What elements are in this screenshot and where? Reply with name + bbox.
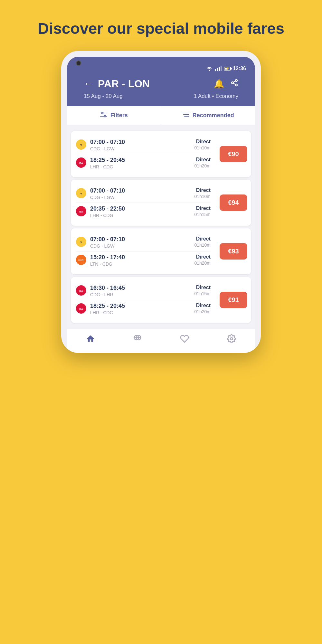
price-section: €94: [216, 180, 251, 226]
outbound-leg: v 07:00 - 07:10 CDG - LGW Direct 01h10m: [76, 185, 211, 203]
svg-point-7: [101, 112, 103, 114]
inbound-details: 18:25 - 20:45 LHR - CDG: [90, 157, 190, 169]
airline-logo-vueling: v: [76, 139, 86, 150]
svg-text:BA: BA: [79, 210, 83, 213]
phone-mockup: ⚡ 12:36 ← PAR - LON 🔔: [61, 51, 261, 353]
inbound-route: LHR - CDG: [90, 164, 190, 169]
nav-favorites[interactable]: [180, 334, 189, 343]
price-section: €90: [216, 131, 251, 177]
inbound-type: Direct 01h20m: [194, 303, 211, 314]
outbound-route: CDG - LGW: [90, 146, 190, 151]
airline-logo-vueling: v: [76, 237, 86, 247]
back-button[interactable]: ←: [84, 79, 93, 89]
sort-icon: [182, 112, 189, 119]
outbound-time: 07:00 - 07:10: [90, 236, 190, 243]
inbound-route: LHR - CDG: [90, 213, 190, 218]
flight-info: BA 16:30 - 16:45 CDG - LHR Direct 01h15m…: [71, 277, 216, 323]
filters-button[interactable]: Filters: [67, 106, 161, 125]
outbound-details: 16:30 - 16:45 CDG - LHR: [90, 285, 190, 297]
header-row2: 15 Aug - 20 Aug 1 Adult • Economy: [84, 92, 238, 99]
flight-card[interactable]: v 07:00 - 07:10 CDG - LGW Direct 01h10m …: [71, 228, 251, 274]
outbound-route: CDG - LGW: [90, 195, 190, 200]
inbound-time: 18:25 - 20:45: [90, 303, 190, 309]
price-section: €91: [216, 277, 251, 323]
inbound-time: 18:25 - 20:45: [90, 157, 190, 164]
page-title: Discover our special mobile fares: [0, 0, 322, 51]
filter-icon: [100, 112, 107, 119]
inbound-type: Direct 01h20m: [194, 157, 211, 168]
flight-card[interactable]: BA 16:30 - 16:45 CDG - LHR Direct 01h15m…: [71, 277, 251, 323]
status-bar: ⚡ 12:36: [76, 66, 246, 74]
header-top: ← PAR - LON 🔔: [84, 78, 238, 90]
flight-card[interactable]: v 07:00 - 07:10 CDG - LGW Direct 01h10m …: [71, 131, 251, 177]
svg-text:BA: BA: [79, 162, 83, 165]
nav-home[interactable]: [86, 334, 95, 343]
inbound-type: Direct 01h15m: [194, 205, 211, 217]
airline-logo-vueling: v: [76, 188, 86, 198]
phone-content: Filters Recommended v 07:00 - 07: [67, 106, 255, 353]
bottom-nav: [67, 329, 255, 353]
svg-text:easyJet: easyJet: [78, 259, 84, 261]
inbound-leg: BA 20:35 - 22:50 LHR - CDG Direct 01h15m: [76, 203, 211, 221]
share-icon[interactable]: [231, 79, 238, 89]
header-actions: 🔔: [214, 79, 238, 89]
recommended-button[interactable]: Recommended: [161, 106, 255, 125]
airline-logo-easyjet: easyJet: [76, 255, 86, 265]
passenger-info: 1 Adult • Economy: [194, 93, 238, 99]
inbound-leg: BA 18:25 - 20:45 LHR - CDG Direct 01h20m: [76, 154, 211, 172]
airline-logo-ba: BA: [76, 285, 86, 296]
status-icons: ⚡ 12:36: [206, 66, 246, 71]
price-button[interactable]: €94: [220, 194, 247, 211]
nav-search[interactable]: [133, 334, 142, 343]
bell-icon[interactable]: 🔔: [214, 79, 224, 89]
outbound-type: Direct 01h15m: [194, 285, 211, 296]
outbound-type: Direct 01h10m: [194, 139, 211, 150]
inbound-leg: BA 18:25 - 20:45 LHR - CDG Direct 01h20m: [76, 300, 211, 318]
wifi-icon: [206, 66, 213, 71]
app-header: ← PAR - LON 🔔 15 Aug - 20 Aug 1 Adult • …: [76, 73, 246, 106]
price-section: €93: [216, 228, 251, 274]
outbound-time: 07:00 - 07:10: [90, 187, 190, 194]
svg-line-3: [233, 83, 236, 84]
flight-dates: 15 Aug - 20 Aug: [84, 93, 123, 99]
flight-info: v 07:00 - 07:10 CDG - LGW Direct 01h10m …: [71, 228, 216, 274]
inbound-time: 20:35 - 22:50: [90, 205, 190, 212]
clock: 12:36: [233, 66, 246, 71]
price-button[interactable]: €91: [220, 292, 247, 308]
inbound-time: 15:20 - 17:40: [90, 254, 190, 261]
header-route: ← PAR - LON: [84, 78, 150, 90]
svg-text:v: v: [80, 241, 82, 244]
outbound-route: CDG - LGW: [90, 243, 190, 249]
inbound-details: 20:35 - 22:50 LHR - CDG: [90, 205, 190, 218]
price-button[interactable]: €90: [220, 146, 247, 162]
outbound-details: 07:00 - 07:10 CDG - LGW: [90, 236, 190, 249]
svg-point-31: [231, 337, 233, 340]
airline-logo-ba: BA: [76, 303, 86, 314]
flight-card[interactable]: v 07:00 - 07:10 CDG - LGW Direct 01h10m …: [71, 180, 251, 226]
camera-notch: [76, 61, 246, 66]
flights-list: v 07:00 - 07:10 CDG - LGW Direct 01h10m …: [67, 125, 255, 329]
inbound-type: Direct 01h20m: [194, 254, 211, 266]
airline-logo-ba: BA: [76, 206, 86, 216]
outbound-type: Direct 01h10m: [194, 236, 211, 248]
svg-text:BA: BA: [79, 289, 83, 292]
battery-icon: ⚡: [224, 67, 231, 71]
outbound-leg: v 07:00 - 07:10 CDG - LGW Direct 01h10m: [76, 233, 211, 251]
inbound-route: LHR - CDG: [90, 310, 190, 315]
outbound-details: 07:00 - 07:10 CDG - LGW: [90, 187, 190, 200]
svg-text:v: v: [80, 192, 82, 195]
signal-icon: [215, 66, 222, 71]
flight-info: v 07:00 - 07:10 CDG - LGW Direct 01h10m …: [71, 131, 216, 177]
price-button[interactable]: €93: [220, 243, 247, 260]
outbound-leg: BA 16:30 - 16:45 CDG - LHR Direct 01h15m: [76, 282, 211, 300]
outbound-time: 07:00 - 07:10: [90, 139, 190, 146]
outbound-details: 07:00 - 07:10 CDG - LGW: [90, 139, 190, 151]
svg-point-8: [104, 115, 106, 117]
outbound-type: Direct 01h10m: [194, 187, 211, 199]
nav-settings[interactable]: [227, 334, 236, 343]
filters-label: Filters: [110, 112, 128, 119]
inbound-details: 15:20 - 17:40 LTN - CDG: [90, 254, 190, 267]
airline-logo-ba: BA: [76, 157, 86, 168]
camera-lens: [76, 61, 81, 66]
route-title: PAR - LON: [98, 78, 150, 90]
